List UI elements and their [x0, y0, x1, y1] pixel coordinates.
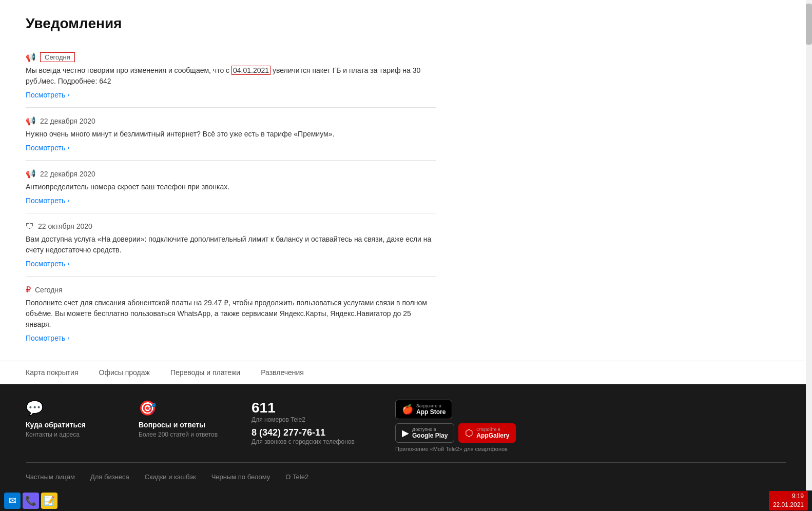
chat-icon: 💬	[26, 400, 108, 417]
arrow-icon-4: ›	[67, 260, 69, 267]
scrollbar-thumb[interactable]	[806, 4, 812, 45]
taskbar-left: ✉ 📞 📝	[4, 493, 57, 509]
app-gallery-name: AppGallery	[476, 432, 509, 439]
footer-col1-title: Куда обратиться	[26, 421, 108, 429]
ruble-icon-5: ₽	[26, 285, 31, 294]
footer-col-phone: 611 Для номеров Tele2 8 (342) 277-76-11 …	[252, 400, 364, 445]
notif-link-2[interactable]: Посмотреть ›	[26, 144, 69, 152]
gallery-icon: ⬡	[465, 427, 473, 439]
apple-icon: 🍎	[402, 404, 413, 415]
taskbar: ✉ 📞 📝 9:19 22.01.2021	[0, 490, 812, 511]
viber-icon[interactable]: 📞	[23, 493, 39, 509]
arrow-icon-2: ›	[67, 144, 69, 151]
notif-link-5[interactable]: Посмотреть ›	[26, 334, 69, 342]
footer-nav-coverage[interactable]: Карта покрытия	[26, 368, 79, 377]
app-gallery-text: Откройте в AppGallery	[476, 427, 509, 439]
phone-number-611: 611	[252, 400, 364, 416]
google-play-text: Доступно в Google Play	[412, 427, 448, 439]
notif-link-3[interactable]: Посмотреть ›	[26, 196, 69, 205]
notif-date-2: 22 декабря 2020	[40, 117, 95, 125]
footer-col2-title: Вопросы и ответы	[139, 421, 221, 429]
notif-text-1: Мы всегда честно говорим про изменения и…	[26, 65, 436, 87]
footer-top: 💬 Куда обратиться Контакты и адреса 🎯 Во…	[26, 400, 786, 452]
footer-about[interactable]: О Tele2	[285, 473, 308, 481]
notif-text-2: Нужно очень много минут и безлимитный ин…	[26, 129, 436, 140]
google-icon: ▶	[402, 427, 409, 439]
notif-header-4: 🛡 22 октября 2020	[26, 222, 436, 231]
app-store-small: Загрузите в	[416, 403, 446, 408]
google-play-badge[interactable]: ▶ Доступно в Google Play	[395, 423, 454, 443]
app-badges: 🍎 Загрузите в App Store ▶ Доступно в Goo…	[395, 400, 529, 443]
scrollbar[interactable]	[806, 0, 812, 490]
google-play-name: Google Play	[412, 432, 448, 439]
notif-header-5: ₽ Сегодня	[26, 285, 436, 294]
phone-label-city: Для звонков с городских телефонов	[252, 438, 364, 445]
app-badge-row-bottom: ▶ Доступно в Google Play ⬡ Откройте в Ap…	[395, 423, 529, 443]
footer-col-contacts: 💬 Куда обратиться Контакты и адреса	[26, 400, 108, 438]
megaphone-icon-2: 📢	[26, 116, 36, 126]
notification-item-1: 📢 Сегодня Мы всегда честно говорим про и…	[26, 44, 436, 108]
app-gallery-small: Откройте в	[476, 427, 509, 432]
footer-divider	[26, 462, 786, 463]
footer-nav: Карта покрытия Офисы продаж Переводы и п…	[0, 361, 812, 384]
app-store-badge[interactable]: 🍎 Загрузите в App Store	[395, 400, 452, 419]
notif-header-2: 📢 22 декабря 2020	[26, 116, 436, 126]
notif-date-3: 22 декабря 2020	[40, 170, 95, 178]
footer-nav-transfers[interactable]: Переводы и платежи	[170, 368, 240, 377]
arrow-icon-1: ›	[67, 91, 69, 99]
notif-date-5: Сегодня	[35, 286, 63, 294]
notif-text-5: Пополните счет для списания абонентской …	[26, 298, 436, 330]
notif-link-1[interactable]: Посмотреть ›	[26, 91, 69, 99]
notif-header-3: 📢 22 декабря 2020	[26, 169, 436, 179]
app-badge-row-top: 🍎 Загрузите в App Store	[395, 400, 529, 419]
footer-black-white[interactable]: Черным по белому	[211, 473, 270, 481]
apps-label: Приложение «Мой Tele2» для смартфонов	[395, 446, 529, 452]
footer-bottom-links: Частным лицам Для бизнеса Скидки и кэшбэ…	[26, 469, 786, 485]
phone-number-city: 8 (342) 277-76-11	[252, 427, 364, 438]
target-icon: 🎯	[139, 400, 221, 417]
megaphone-icon-3: 📢	[26, 169, 36, 179]
shield-icon-4: 🛡	[26, 222, 34, 231]
google-play-small: Доступно в	[412, 427, 448, 432]
footer-nav-entertainment[interactable]: Развлечения	[261, 368, 304, 377]
footer-discounts[interactable]: Скидки и кэшбэк	[145, 473, 196, 481]
arrow-icon-5: ›	[67, 335, 69, 342]
taskbar-clock: 9:19 22.01.2021	[769, 491, 808, 510]
footer-col-apps: 🍎 Загрузите в App Store ▶ Доступно в Goo…	[395, 400, 529, 452]
app-store-name: App Store	[416, 408, 446, 416]
app-store-text: Загрузите в App Store	[416, 403, 446, 416]
app-gallery-badge[interactable]: ⬡ Откройте в AppGallery	[458, 423, 516, 443]
notif-link-4[interactable]: Посмотреть ›	[26, 260, 69, 268]
notif-text-3: Антиопределитель номера скроет ваш телеф…	[26, 182, 436, 192]
footer-col-faq: 🎯 Вопросы и ответы Более 200 статей и от…	[139, 400, 221, 438]
sticky-notes-icon[interactable]: 📝	[41, 493, 57, 509]
footer-business[interactable]: Для бизнеса	[90, 473, 129, 481]
notification-item-3: 📢 22 декабря 2020 Антиопределитель номер…	[26, 161, 436, 213]
footer-dark: 💬 Куда обратиться Контакты и адреса 🎯 Во…	[0, 384, 812, 495]
notification-item-2: 📢 22 декабря 2020 Нужно очень много мину…	[26, 108, 436, 161]
taskbar-date: 22.01.2021	[773, 501, 804, 509]
taskbar-time: 9:19	[773, 492, 804, 501]
notif-date-4: 22 октября 2020	[38, 222, 92, 230]
notif-date-1: Сегодня	[40, 52, 75, 62]
notification-item-5: ₽ Сегодня Пополните счет для списания аб…	[26, 277, 436, 350]
notif-text-4: Вам доступна услуга «На доверии»: подклю…	[26, 234, 436, 256]
outlook-icon[interactable]: ✉	[4, 493, 21, 509]
megaphone-icon-1: 📢	[26, 52, 36, 62]
notification-item-4: 🛡 22 октября 2020 Вам доступна услуга «Н…	[26, 213, 436, 277]
footer-private[interactable]: Частным лицам	[26, 473, 75, 481]
arrow-icon-3: ›	[67, 197, 69, 204]
phone-label-tele2: Для номеров Tele2	[252, 416, 364, 423]
notif-header-1: 📢 Сегодня	[26, 52, 436, 62]
footer-col1-sub: Контакты и адреса	[26, 431, 108, 438]
date-highlight-1: 04.01.2021	[231, 66, 270, 75]
page-title: Уведомления	[26, 15, 436, 32]
footer-col2-sub: Более 200 статей и ответов	[139, 431, 221, 438]
footer-nav-offices[interactable]: Офисы продаж	[99, 368, 150, 377]
